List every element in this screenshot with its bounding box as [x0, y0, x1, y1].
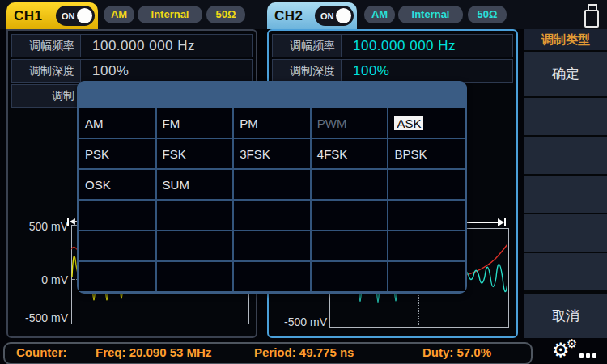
ch2-tab[interactable]: CH2 ON — [267, 2, 357, 29]
sidebar-empty-slot — [524, 98, 607, 137]
ch1-toggle-label: ON — [56, 11, 75, 21]
mod-option-empty — [234, 201, 310, 230]
mod-option-empty — [312, 201, 388, 230]
mod-option-label: 3FSK — [240, 147, 270, 161]
mod-option-label: SUM — [163, 178, 189, 192]
ch1-mod-depth-label: 调制深度 — [11, 59, 81, 83]
sidebar-empty-slot — [524, 176, 607, 214]
signal-generator-screen: { "header": { "ch1": {"tab_label": "CH1"… — [0, 0, 607, 364]
ch2-mod-depth-row[interactable]: 调制深度 100% — [272, 59, 513, 83]
ch1-am-frequency-row[interactable]: 调幅频率 100.000 000 Hz — [11, 34, 253, 57]
mod-option-psk[interactable]: PSK — [79, 139, 155, 168]
mod-option-label: PSK — [85, 147, 109, 161]
modulation-options-grid: AM FM PM PWM ASK PSK FSK 3FSK 4FSK BPSK … — [79, 108, 465, 291]
mod-option-empty — [157, 201, 233, 230]
mod-option-label: PM — [240, 116, 258, 130]
gear-small-icon: ⚙ — [567, 336, 577, 351]
ch1-source-badge: Internal — [138, 6, 202, 23]
counter-freq: Freq: 20.090 53 MHz — [96, 345, 211, 359]
ch2-source-badge: Internal — [398, 6, 463, 23]
sidebar-empty-slot — [524, 253, 607, 292]
ch2-toggle-knob — [336, 8, 351, 23]
ch1-impedance-badge: 50Ω — [206, 6, 245, 23]
ch1-on-toggle[interactable]: ON — [56, 6, 95, 26]
ch1-0mv-label: 0 mV — [15, 273, 68, 286]
mod-option-empty — [388, 201, 465, 230]
mod-option-label: BPSK — [394, 147, 427, 161]
mod-option-pm[interactable]: PM — [234, 108, 310, 138]
ch1-neg500mv-label: -500 mV — [15, 311, 68, 324]
ch1-toggle-knob — [77, 8, 92, 23]
mod-option-empty — [157, 231, 233, 260]
ch1-tab-label: CH1 — [6, 8, 43, 24]
mod-option-empty — [79, 201, 155, 230]
mod-option-label: FSK — [163, 147, 186, 161]
frequency-counter-bar: Counter: Freq: 20.090 53 MHz Period: 49.… — [3, 342, 533, 364]
mod-option-empty — [388, 170, 465, 199]
ch2-mod-depth-value: 100% — [342, 59, 513, 83]
ch2-toggle-label: ON — [315, 11, 334, 21]
ch2-modulation-badge: AM — [364, 6, 395, 23]
mod-option-sum[interactable]: SUM — [157, 170, 233, 199]
mod-option-empty — [234, 231, 310, 260]
ch1-mod-depth-value: 100% — [81, 59, 253, 83]
mod-option-empty — [157, 262, 233, 291]
ch2-am-frequency-row[interactable]: 调幅频率 100.000 000 Hz — [272, 34, 513, 57]
mod-option-label: PWM — [317, 116, 347, 130]
ch1-am-frequency-value: 100.000 000 Hz — [81, 34, 253, 57]
mod-option-empty — [312, 231, 388, 260]
soft-key-menu: 调制类型 确定 取消 — [524, 29, 607, 338]
counter-label: Counter: — [16, 345, 67, 359]
mod-option-ask-selected[interactable]: ASK — [388, 108, 465, 138]
mod-option-empty — [388, 262, 465, 291]
mod-option-label: ASK — [394, 116, 423, 130]
ch2-impedance-badge: 50Ω — [468, 6, 507, 23]
ch1-am-frequency-label: 调幅频率 — [11, 34, 81, 57]
mod-option-label: 4FSK — [317, 147, 348, 161]
ch2-mod-depth-label: 调制深度 — [272, 59, 342, 83]
ch2-am-frequency-value: 100.000 000 Hz — [342, 34, 513, 57]
sidebar-empty-slot — [524, 214, 607, 253]
counter-period: Period: 49.775 ns — [254, 345, 354, 359]
ch1-modulation-badge: AM — [104, 6, 134, 23]
mod-option-empty — [234, 262, 310, 291]
sidebar-empty-slot — [524, 137, 607, 176]
mod-option-am[interactable]: AM — [79, 108, 155, 138]
mod-option-label: AM — [85, 116, 104, 130]
confirm-button[interactable]: 确定 — [524, 52, 607, 98]
ch2-neg500mv-label: -500 mV — [274, 315, 327, 328]
cancel-button[interactable]: 取消 — [524, 292, 607, 338]
mod-option-empty — [79, 231, 155, 260]
top-status-bar: CH1 ON AM Internal 50Ω CH2 ON AM Interna… — [0, 0, 607, 29]
mod-option-empty — [79, 262, 155, 291]
mod-option-fm[interactable]: FM — [157, 108, 233, 138]
mod-option-4fsk[interactable]: 4FSK — [312, 139, 388, 168]
mod-option-pwm: PWM — [312, 108, 388, 138]
ch1-modulation-label: 调制 — [11, 84, 81, 108]
mod-option-osk[interactable]: OSK — [79, 170, 155, 199]
mod-option-fsk[interactable]: FSK — [157, 139, 233, 168]
mod-option-empty — [234, 170, 310, 199]
ch1-tab[interactable]: CH1 ON — [6, 2, 98, 29]
modulation-type-dialog: AM FM PM PWM ASK PSK FSK 3FSK 4FSK BPSK … — [77, 81, 467, 294]
ch2-tab-label: CH2 — [267, 8, 304, 24]
counter-duty: Duty: 57.0% — [422, 345, 491, 359]
mod-option-empty — [312, 262, 388, 291]
usb-device-icon — [584, 4, 598, 27]
mod-option-3fsk[interactable]: 3FSK — [234, 139, 310, 168]
settings-gears-icon[interactable]: ⚙ ⚙ — [552, 341, 604, 363]
mod-option-empty — [312, 170, 388, 199]
mod-option-label: OSK — [85, 178, 111, 192]
ch2-am-frequency-label: 调幅频率 — [272, 34, 342, 57]
ch1-mod-depth-row[interactable]: 调制深度 100% — [11, 59, 253, 83]
more-dots-icon — [579, 353, 596, 358]
ch1-500mv-label: 500 mV — [15, 220, 68, 233]
ch2-on-toggle[interactable]: ON — [315, 6, 354, 26]
sidebar-title: 调制类型 — [524, 29, 607, 52]
mod-option-empty — [388, 231, 465, 260]
mod-option-bpsk[interactable]: BPSK — [388, 139, 465, 168]
mod-option-label: FM — [163, 116, 180, 130]
